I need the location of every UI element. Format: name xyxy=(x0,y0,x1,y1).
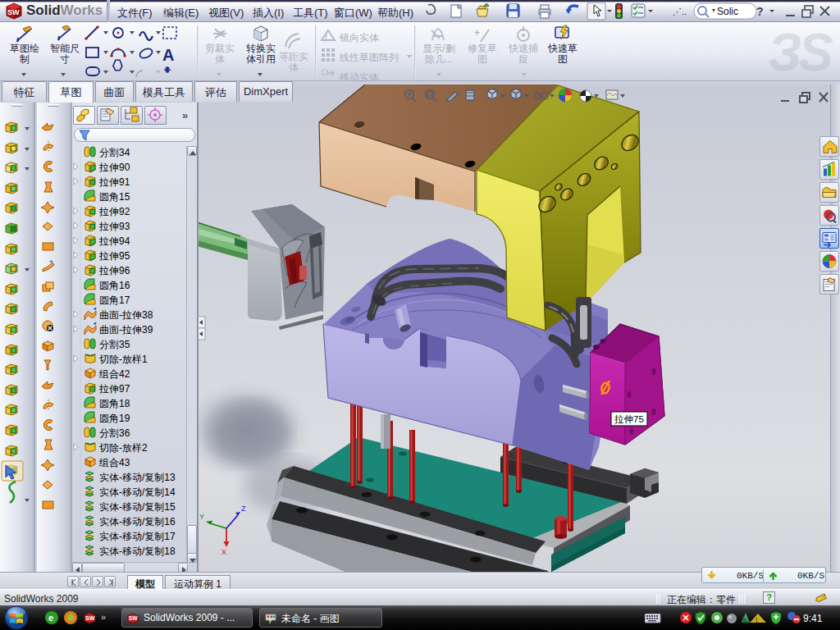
svg-text:Z: Z xyxy=(241,504,246,513)
svg-text:+: + xyxy=(474,27,480,39)
svg-text:e: e xyxy=(48,613,53,623)
svg-text:!: ! xyxy=(756,616,758,624)
svg-text:?: ? xyxy=(756,5,764,18)
svg-text:!: ! xyxy=(325,33,327,41)
svg-text:⋰..: ⋰.. xyxy=(673,7,687,16)
svg-text:Solic: Solic xyxy=(717,6,738,17)
svg-text:SW: SW xyxy=(85,615,95,621)
svg-text:A: A xyxy=(162,46,174,64)
svg-text:Y: Y xyxy=(199,513,204,521)
svg-text:SW: SW xyxy=(7,8,20,16)
svg-text:X: X xyxy=(221,548,226,556)
svg-text:拉伸75: 拉伸75 xyxy=(614,414,644,424)
svg-text:SW: SW xyxy=(129,615,138,621)
